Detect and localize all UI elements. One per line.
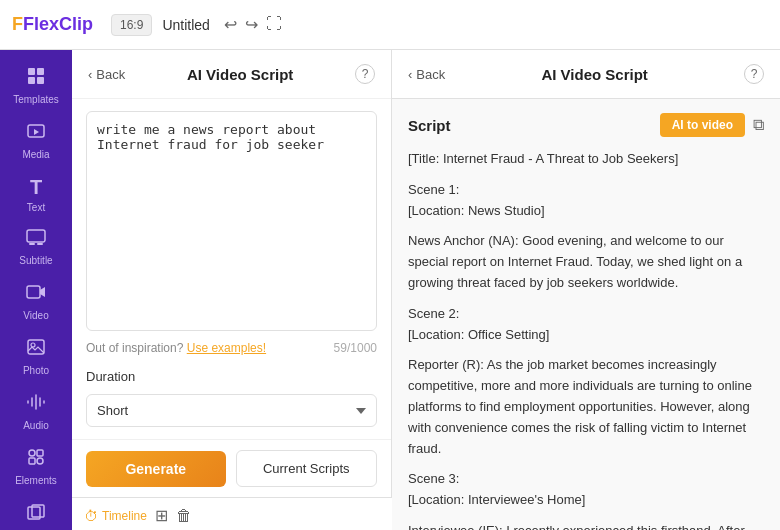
script-input[interactable]: write me a news report about Internet fr… — [86, 111, 377, 331]
audio-icon — [26, 392, 46, 417]
media-label: Media — [22, 149, 49, 160]
script-line-5: Reporter (R): As the job market becomes … — [408, 355, 764, 459]
templates-label: Templates — [13, 94, 59, 105]
svg-rect-3 — [37, 77, 44, 84]
svg-point-10 — [31, 343, 35, 347]
script-text: [Title: Internet Fraud - A Threat to Job… — [408, 149, 764, 530]
timeline-bar: ⏱ Timeline ⊞ 🗑 — [72, 497, 392, 530]
svg-rect-9 — [28, 340, 44, 354]
timeline-delete-icon[interactable]: 🗑 — [176, 507, 192, 525]
logo: FFlexClip — [12, 14, 93, 35]
elements-icon — [26, 447, 46, 472]
sidebar: Templates Media T Text Subtitle Video — [0, 50, 72, 530]
copy-icon[interactable]: ⧉ — [753, 116, 764, 134]
back-label: Back — [96, 67, 125, 82]
sidebar-item-text[interactable]: T Text — [0, 168, 72, 221]
subtitle-label: Subtitle — [19, 255, 52, 266]
ratio-badge: 16:9 — [111, 14, 152, 36]
undo-icon[interactable]: ↩ — [224, 15, 237, 34]
script-line-4: Scene 2:[Location: Office Setting] — [408, 304, 764, 346]
svg-point-14 — [37, 458, 43, 464]
inspiration-text: Out of inspiration? Use examples! — [86, 341, 266, 355]
media-icon — [26, 121, 46, 146]
right-header: ‹ Back AI Video Script ? — [392, 50, 780, 99]
svg-rect-7 — [37, 243, 43, 245]
right-panel: ‹ Back AI Video Script ? Script AI to vi… — [392, 50, 780, 530]
sidebar-item-elements[interactable]: Elements — [0, 439, 72, 494]
sidebar-item-templates[interactable]: Templates — [0, 58, 72, 113]
svg-rect-0 — [28, 68, 35, 75]
right-back-label: Back — [416, 67, 445, 82]
script-toolbar: Script AI to video ⧉ — [408, 113, 764, 137]
project-title: Untitled — [162, 17, 209, 33]
right-help-icon[interactable]: ? — [744, 64, 764, 84]
svg-rect-2 — [28, 77, 35, 84]
photo-label: Photo — [23, 365, 49, 376]
svg-rect-5 — [27, 230, 45, 242]
sidebar-item-video[interactable]: Video — [0, 274, 72, 329]
script-line-3: News Anchor (NA): Good evening, and welc… — [408, 231, 764, 293]
timeline-label: ⏱ Timeline — [84, 508, 147, 524]
svg-rect-1 — [37, 68, 44, 75]
sidebar-item-subtitle[interactable]: Subtitle — [0, 221, 72, 274]
script-content: Script AI to video ⧉ [Title: Internet Fr… — [392, 99, 780, 530]
panel-body: write me a news report about Internet fr… — [72, 99, 391, 439]
text-label: Text — [27, 202, 45, 213]
main-area: Templates Media T Text Subtitle Video — [0, 50, 780, 530]
overlays-icon — [26, 502, 46, 527]
subtitle-icon — [26, 229, 46, 252]
fullscreen-icon[interactable]: ⛶ — [266, 15, 282, 34]
topbar: FFlexClip 16:9 Untitled ↩ ↪ ⛶ — [0, 0, 780, 50]
script-line-7: Interviewee (IE): I recently experienced… — [408, 521, 764, 530]
sidebar-item-audio[interactable]: Audio — [0, 384, 72, 439]
textarea-footer: Out of inspiration? Use examples! 59/100… — [86, 341, 377, 355]
sidebar-item-photo[interactable]: Photo — [0, 329, 72, 384]
timeline-icon: ⏱ — [84, 508, 98, 524]
right-back-button[interactable]: ‹ Back — [408, 67, 445, 82]
svg-rect-12 — [37, 450, 43, 456]
panel-title: AI Video Script — [133, 66, 347, 83]
sidebar-item-overlays[interactable]: Overlays — [0, 494, 72, 530]
panel-header: ‹ Back AI Video Script ? — [72, 50, 391, 99]
char-count: 59/1000 — [334, 341, 377, 355]
ai-to-video-button[interactable]: AI to video — [660, 113, 745, 137]
svg-rect-8 — [27, 286, 40, 298]
sidebar-item-media[interactable]: Media — [0, 113, 72, 168]
left-panel: ‹ Back AI Video Script ? write me a news… — [72, 50, 392, 497]
svg-point-11 — [29, 450, 35, 456]
video-icon — [26, 282, 46, 307]
right-chevron-left-icon: ‹ — [408, 67, 412, 82]
duration-label: Duration — [86, 369, 377, 384]
script-line-1: [Title: Internet Fraud - A Threat to Job… — [408, 149, 764, 170]
text-icon: T — [30, 176, 42, 199]
right-panel-title: AI Video Script — [453, 66, 736, 83]
panel-actions: Generate Current Scripts — [72, 439, 391, 497]
back-button[interactable]: ‹ Back — [88, 67, 125, 82]
script-label: Script — [408, 117, 451, 134]
current-scripts-button[interactable]: Current Scripts — [236, 450, 378, 487]
help-icon[interactable]: ? — [355, 64, 375, 84]
video-label: Video — [23, 310, 48, 321]
timeline-add-icon[interactable]: ⊞ — [155, 506, 168, 525]
audio-label: Audio — [23, 420, 49, 431]
generate-button[interactable]: Generate — [86, 451, 226, 487]
use-examples-link[interactable]: Use examples! — [187, 341, 266, 355]
photo-icon — [26, 337, 46, 362]
script-tools: AI to video ⧉ — [660, 113, 764, 137]
duration-select[interactable]: Short Medium Long — [86, 394, 377, 427]
topbar-icons: ↩ ↪ ⛶ — [224, 15, 282, 34]
elements-label: Elements — [15, 475, 57, 486]
templates-icon — [26, 66, 46, 91]
svg-rect-6 — [29, 243, 35, 245]
script-line-6: Scene 3:[Location: Interviewee's Home] — [408, 469, 764, 511]
svg-rect-13 — [29, 458, 35, 464]
redo-icon[interactable]: ↪ — [245, 15, 258, 34]
script-line-2: Scene 1:[Location: News Studio] — [408, 180, 764, 222]
chevron-left-icon: ‹ — [88, 67, 92, 82]
